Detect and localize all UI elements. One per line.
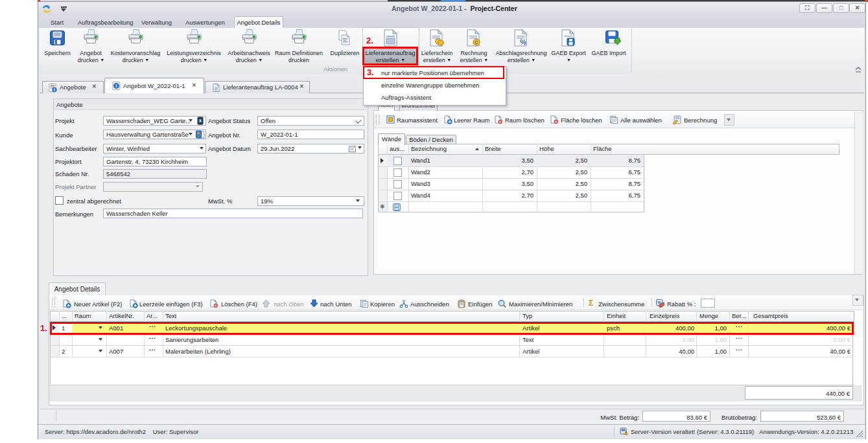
svg-text:C: C: [475, 40, 478, 45]
svg-text:i: i: [116, 84, 117, 88]
svg-text:%: %: [520, 38, 526, 46]
svg-text:!: !: [626, 431, 627, 435]
svg-text:i: i: [54, 87, 55, 92]
